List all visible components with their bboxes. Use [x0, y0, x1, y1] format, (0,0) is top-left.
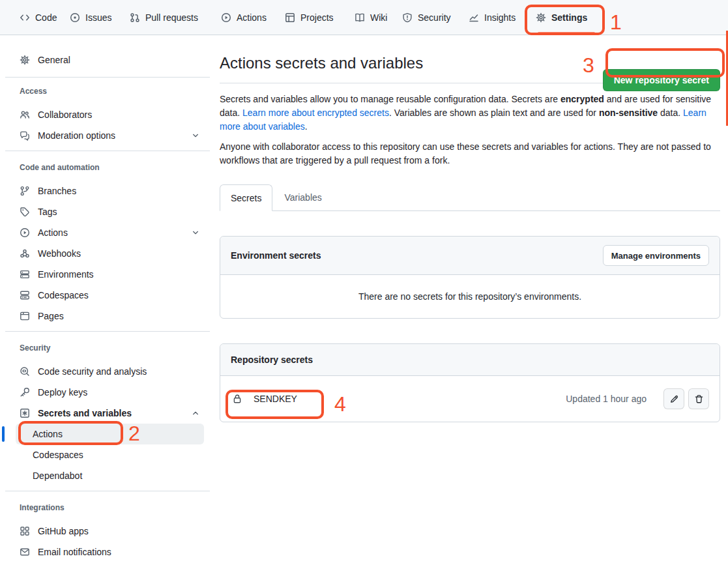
secret-row-sendkey: SENDKEY Updated 1 hour ago — [220, 376, 720, 422]
secret-name: SENDKEY — [254, 394, 297, 404]
collaborator-note: Anyone with collaborator access to this … — [220, 140, 716, 167]
environment-secrets-card: Environment secrets Manage environments … — [220, 236, 720, 319]
sidebar-item-pages[interactable]: Pages — [0, 306, 215, 326]
tag-icon — [20, 207, 30, 217]
sidebar-section-security: Security — [0, 340, 215, 356]
sidebar-item-label: Dependabot — [33, 471, 82, 481]
tab-label: Code — [35, 12, 57, 23]
sidebar-item-label: GitHub apps — [38, 526, 89, 536]
link-learn-encrypted-secrets[interactable]: Learn more about encrypted secrets — [242, 108, 389, 118]
intro-text: . Variables are shown as plain text and … — [389, 108, 599, 118]
sidebar-item-label: Tags — [38, 207, 57, 217]
tab-actions[interactable]: Actions — [221, 0, 267, 35]
tab-label: Actions — [237, 12, 267, 23]
sidebar-item-label: Code security and analysis — [38, 366, 147, 377]
intro-text: data. — [658, 108, 683, 118]
intro-bold-non-sensitive: non-sensitive — [599, 108, 658, 118]
sidebar-divider — [5, 491, 210, 491]
play-circle-icon — [221, 12, 231, 23]
lock-icon — [232, 394, 242, 404]
webhook-icon — [20, 248, 30, 259]
sidebar-item-label: Collaborators — [38, 109, 92, 120]
manage-environments-button[interactable]: Manage environments — [603, 245, 709, 266]
sidebar-item-label: Secrets and variables — [38, 408, 132, 418]
mail-icon — [20, 547, 30, 557]
sidebar-item-label: Pages — [38, 311, 64, 321]
git-branch-icon — [20, 186, 30, 196]
sidebar-item-moderation-options[interactable]: Moderation options — [0, 125, 215, 146]
tab-pull-requests[interactable]: Pull requests — [130, 0, 198, 35]
sidebar-item-deploy-keys[interactable]: Deploy keys — [0, 382, 215, 403]
new-repository-secret-button[interactable]: New repository secret — [603, 69, 720, 91]
sidebar-item-label: Environments — [38, 269, 94, 280]
issue-opened-icon — [70, 12, 80, 23]
sidebar-item-branches[interactable]: Branches — [0, 181, 215, 201]
tab-label: Security — [418, 12, 451, 23]
tab-security[interactable]: Security — [402, 0, 451, 35]
sidebar-item-label: Webhooks — [38, 248, 81, 259]
sidebar-section-code-automation: Code and automation — [0, 160, 215, 175]
intro-text: Secrets and variables allow you to manag… — [220, 94, 561, 104]
edit-secret-button[interactable] — [663, 388, 684, 409]
repository-secrets-card: Repository secrets SENDKEY Updated 1 hou… — [220, 343, 720, 422]
sidebar-section-access: Access — [0, 83, 215, 99]
sidebar-divider — [5, 331, 210, 332]
sidebar-divider — [5, 77, 210, 78]
intro-bold-encrypted: encrypted — [561, 94, 604, 104]
active-tab-underline — [538, 32, 595, 34]
key-icon — [20, 387, 30, 398]
sidebar-item-code-security[interactable]: Code security and analysis — [0, 361, 215, 382]
settings-sidebar: General Access Collaborators Moderation … — [0, 36, 215, 562]
tab-secrets[interactable]: Secrets — [220, 184, 272, 211]
sidebar-item-webhooks[interactable]: Webhooks — [0, 243, 215, 264]
tab-issues[interactable]: Issues — [70, 0, 111, 35]
git-pull-request-icon — [130, 12, 140, 23]
sidebar-item-secrets-codespaces[interactable]: Codespaces — [0, 444, 215, 465]
sidebar-item-label: Moderation options — [38, 130, 115, 141]
tab-label: Settings — [551, 12, 587, 23]
browser-icon — [20, 311, 30, 321]
sidebar-item-general[interactable]: General — [0, 50, 215, 70]
tab-label: Wiki — [370, 12, 387, 23]
sidebar-item-secrets-and-variables[interactable]: Secrets and variables — [0, 403, 215, 424]
table-icon — [285, 12, 295, 23]
codescan-icon — [20, 366, 30, 377]
tab-label: Projects — [300, 12, 334, 23]
tab-settings[interactable]: Settings — [536, 0, 587, 35]
comment-discussion-icon — [20, 130, 30, 141]
people-icon — [20, 109, 30, 120]
sidebar-item-environments[interactable]: Environments — [0, 264, 215, 285]
sidebar-item-label: Email notifications — [38, 547, 111, 557]
tab-insights[interactable]: Insights — [469, 0, 516, 35]
tab-wiki[interactable]: Wiki — [355, 0, 387, 35]
apps-icon — [20, 526, 30, 536]
sidebar-item-secrets-dependabot[interactable]: Dependabot — [0, 465, 215, 486]
gear-icon — [20, 55, 30, 65]
sidebar-item-actions[interactable]: Actions — [0, 222, 215, 243]
tab-code[interactable]: Code — [20, 0, 57, 35]
sidebar-section-integrations: Integrations — [0, 500, 215, 515]
tab-label: Pull requests — [145, 12, 198, 23]
tab-variables[interactable]: Variables — [272, 184, 333, 210]
sidebar-item-label: Branches — [38, 186, 76, 196]
sidebar-item-email-notifications[interactable]: Email notifications — [0, 542, 215, 562]
delete-secret-button[interactable] — [688, 388, 709, 409]
codespaces-icon — [20, 290, 30, 300]
chevron-down-icon — [192, 229, 199, 237]
repository-secrets-title: Repository secrets — [231, 355, 313, 365]
tab-label: Issues — [85, 12, 111, 23]
code-icon — [20, 12, 30, 23]
intro-text: . — [305, 121, 308, 132]
sidebar-item-label: Actions — [33, 429, 63, 439]
sidebar-item-tags[interactable]: Tags — [0, 201, 215, 222]
asterisk-box-icon — [20, 408, 30, 418]
sidebar-item-collaborators[interactable]: Collaborators — [0, 104, 215, 125]
tab-projects[interactable]: Projects — [285, 0, 334, 35]
sidebar-item-github-apps[interactable]: GitHub apps — [0, 521, 215, 542]
main-content: Actions secrets and variables New reposi… — [220, 36, 720, 422]
gear-icon — [536, 12, 546, 23]
sidebar-item-secrets-actions[interactable]: Actions — [16, 424, 204, 444]
sidebar-item-codespaces[interactable]: Codespaces — [0, 285, 215, 306]
repo-tab-nav: Code Issues Pull requests Actions Projec… — [0, 0, 728, 35]
graph-icon — [469, 12, 479, 23]
